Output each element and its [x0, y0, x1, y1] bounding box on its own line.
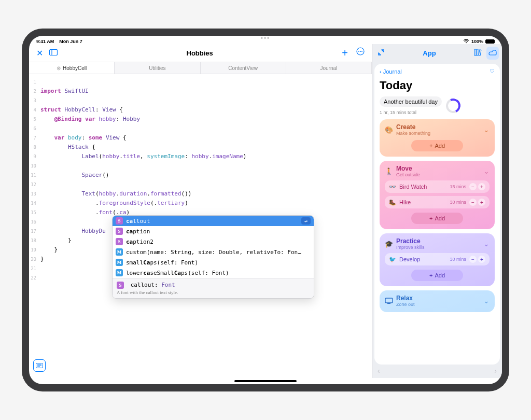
- decrement-button[interactable]: −: [469, 256, 477, 263]
- activity-row[interactable]: 👓 Bird Watch 15 mins −+: [385, 180, 490, 193]
- struct-badge-icon: S: [116, 228, 123, 235]
- chevron-down-icon[interactable]: ⌄: [483, 125, 490, 134]
- hike-icon: 🥾: [389, 199, 396, 206]
- activity-label: Develop: [399, 256, 420, 262]
- quick-actions-button[interactable]: [33, 359, 46, 372]
- autocomplete-label: caption: [126, 228, 150, 235]
- autocomplete-doc: A font with the callout text style.: [117, 290, 310, 295]
- nav-back-icon[interactable]: ‹: [378, 367, 380, 375]
- tab-hobbycell[interactable]: ⊗ HobbyCell: [29, 62, 115, 74]
- increment-button[interactable]: +: [478, 183, 485, 190]
- autocomplete-popup[interactable]: Scallout↩ScaptionScaption2Mcustom(name: …: [112, 215, 314, 299]
- more-button[interactable]: [353, 45, 368, 61]
- autocomplete-label: caption2: [126, 239, 153, 245]
- tab-label: Journal: [320, 65, 337, 71]
- activity-duration: 15 mins: [450, 184, 466, 189]
- svg-rect-0: [50, 50, 58, 55]
- status-date: Mon Jun 7: [59, 39, 82, 44]
- autocomplete-label: callout: [126, 218, 150, 225]
- summary-row: Another beautiful day 1 hr, 15 mins tota…: [380, 96, 495, 115]
- card-subtitle: Improve skills: [396, 245, 425, 250]
- tab-label: ContentView: [228, 65, 258, 71]
- tab-contentview[interactable]: ContentView: [201, 62, 286, 74]
- sidebar-toggle-icon[interactable]: [46, 46, 61, 60]
- close-button[interactable]: ✕: [33, 46, 46, 60]
- home-indicator[interactable]: [234, 380, 297, 382]
- card-create[interactable]: 🎨 Create Make something ⌄ + Add: [380, 119, 495, 157]
- autocomplete-item[interactable]: Mcustom(name: String, size: Double, rela…: [113, 247, 314, 257]
- multitask-dots[interactable]: •••: [255, 36, 276, 41]
- activity-label: Hike: [399, 199, 411, 205]
- svg-point-5: [361, 51, 362, 52]
- autocomplete-item[interactable]: Scaption: [113, 226, 314, 236]
- card-title: Create: [396, 123, 430, 131]
- summary-text[interactable]: Another beautiful day: [380, 96, 442, 107]
- svg-point-3: [358, 51, 359, 52]
- page-heading: Today: [380, 79, 495, 92]
- tab-label: Utilities: [149, 65, 165, 71]
- autocomplete-item[interactable]: MlowercaseSmallCaps(self: Font): [113, 268, 314, 278]
- activity-label: Bird Watch: [399, 184, 427, 190]
- svg-rect-10: [474, 49, 476, 55]
- preview-nav: ‹ ›: [372, 367, 502, 378]
- struct-badge-icon: S: [116, 217, 123, 225]
- nav-forward-icon[interactable]: ›: [494, 367, 497, 375]
- wifi-icon: [463, 39, 469, 45]
- app-preview[interactable]: ‹ Journal ♡ Today Another beautiful day …: [374, 64, 500, 365]
- add-button[interactable]: +: [339, 45, 351, 61]
- type-badge-icon: S: [117, 282, 124, 289]
- chevron-down-icon[interactable]: ⌄: [483, 297, 490, 305]
- return-key-icon[interactable]: ↩: [301, 217, 311, 225]
- svg-rect-12: [479, 49, 481, 55]
- progress-ring-icon: [444, 96, 463, 115]
- chevron-down-icon[interactable]: ⌄: [483, 240, 490, 248]
- walk-icon: 🚶: [385, 167, 393, 175]
- svg-point-4: [360, 51, 361, 52]
- decrement-button[interactable]: −: [469, 183, 477, 190]
- summary-total: 1 hr, 15 mins total: [380, 110, 442, 115]
- autocomplete-signature-name: callout: [131, 282, 155, 288]
- autocomplete-label: smallCaps(self: Font): [126, 259, 198, 266]
- increment-button[interactable]: +: [478, 256, 485, 263]
- tab-utilities[interactable]: Utilities: [115, 62, 200, 74]
- preview-mode-icon[interactable]: [486, 47, 499, 60]
- card-practice[interactable]: 🎓 Practice Improve skills ⌄ 🐦 Develop 30…: [380, 233, 495, 286]
- card-subtitle: Make something: [396, 131, 430, 136]
- card-move[interactable]: 🚶 Move Get outside ⌄ 👓 Bird Watch 15 min…: [380, 161, 495, 229]
- autocomplete-item[interactable]: Scallout↩: [113, 216, 314, 226]
- expand-icon[interactable]: [375, 47, 387, 60]
- activity-duration: 30 mins: [450, 200, 466, 205]
- tab-journal[interactable]: Journal: [286, 62, 372, 74]
- card-subtitle: Zone out: [396, 302, 415, 307]
- card-subtitle: Get outside: [396, 172, 420, 177]
- activity-row[interactable]: 🐦 Develop 30 mins −+: [385, 253, 490, 265]
- library-icon[interactable]: [472, 47, 484, 60]
- swift-icon: 🐦: [389, 256, 396, 263]
- palette-icon: 🎨: [385, 125, 393, 134]
- card-relax[interactable]: Relax Zone out ⌄: [380, 290, 495, 312]
- activity-row[interactable]: 🥾 Hike 30 mins −+: [385, 196, 490, 208]
- code-editor[interactable]: 12import SwiftUI34struct HobbyCell: View…: [29, 74, 372, 378]
- favorite-icon[interactable]: ♡: [490, 68, 495, 75]
- struct-badge-icon: S: [116, 238, 123, 245]
- preview-app: App ‹ Journal ♡ Today: [372, 44, 502, 378]
- binoculars-icon: 👓: [389, 184, 396, 190]
- tv-icon: [385, 297, 393, 305]
- decrement-button[interactable]: −: [469, 199, 477, 206]
- chevron-down-icon[interactable]: ⌄: [483, 167, 490, 175]
- preview-title: App: [389, 49, 470, 57]
- increment-button[interactable]: +: [478, 199, 485, 206]
- back-button[interactable]: ‹ Journal: [380, 68, 402, 75]
- svg-rect-11: [477, 49, 478, 55]
- autocomplete-label: custom(name: String, size: Double, relat…: [126, 249, 301, 256]
- autocomplete-label: lowercaseSmallCaps(self: Font): [126, 270, 229, 276]
- add-button[interactable]: + Add: [411, 140, 463, 151]
- graduation-icon: 🎓: [385, 240, 393, 248]
- add-button[interactable]: + Add: [411, 213, 463, 224]
- add-button[interactable]: + Add: [411, 270, 463, 281]
- tab-close-icon[interactable]: ⊗: [57, 65, 61, 71]
- autocomplete-item[interactable]: MsmallCaps(self: Font): [113, 257, 314, 268]
- tab-label: HobbyCell: [63, 65, 87, 71]
- autocomplete-item[interactable]: Scaption2: [113, 236, 314, 247]
- card-title: Move: [396, 165, 420, 172]
